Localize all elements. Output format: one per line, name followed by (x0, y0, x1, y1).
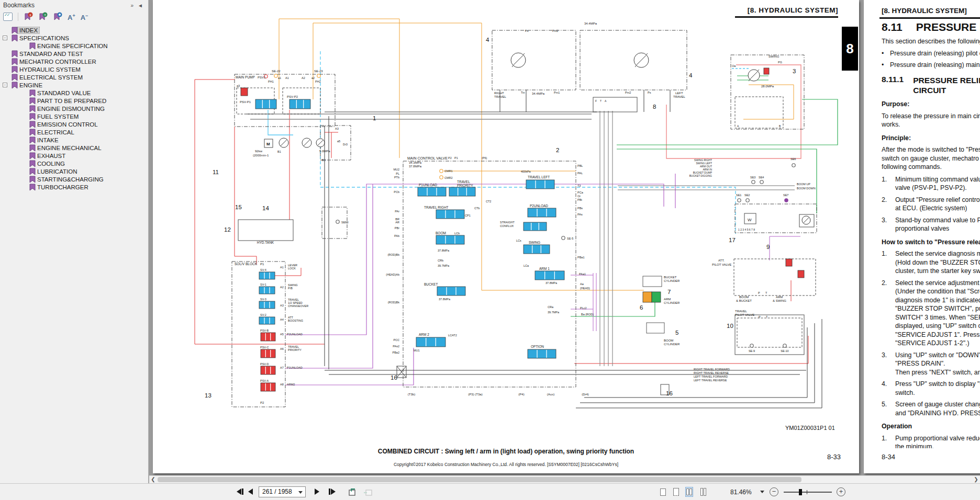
expander-icon[interactable]: − (3, 83, 7, 87)
bookmark-label[interactable]: ENGINE (18, 82, 44, 88)
bookmark-label[interactable]: PART TO BE PREPARED (36, 98, 108, 104)
svg-text:MU1: MU1 (414, 349, 420, 352)
svg-text:PBr: PBr (395, 226, 399, 230)
svg-text:CONFLUX: CONFLUX (500, 224, 514, 228)
bookmark-item[interactable]: STANDARD AND TEST (0, 50, 148, 58)
bookmark-label[interactable]: ENGINE SPECIFICATION (36, 43, 109, 49)
next-page-button[interactable] (315, 488, 319, 495)
bookmark-flag-icon (29, 152, 36, 160)
zoom-slider[interactable] (784, 492, 832, 493)
bookmark-label[interactable]: ELECTRICAL SYSTEM (18, 74, 84, 81)
bookmark-delete-icon[interactable]: x (24, 12, 33, 21)
bookmark-options-icon[interactable] (3, 13, 13, 21)
bookmark-label[interactable]: INDEX (18, 27, 39, 33)
bookmarks-panel: Bookmarks » ◄ x + A+ A− INDEX−SPECIFICAT… (0, 0, 149, 483)
bookmark-item[interactable]: −ENGINE (0, 81, 148, 89)
svg-text:PCa: PCa (577, 191, 584, 194)
book-view-button[interactable] (685, 487, 693, 497)
svg-text:PSV-P1: PSV-P1 (240, 100, 251, 104)
svg-text:PSV-B: PSV-B (260, 329, 269, 332)
panel-expand-icon[interactable]: » (129, 3, 136, 8)
bookmark-label[interactable]: COOLING (36, 161, 66, 167)
scrollbar-thumb[interactable] (158, 477, 801, 482)
zoom-out-button[interactable]: − (770, 487, 778, 496)
zoom-dropdown-icon[interactable] (760, 491, 764, 493)
bookmark-label[interactable]: STANDARD AND TEST (18, 51, 85, 57)
svg-text:SE-10: SE-10 (781, 349, 788, 353)
diagram-labels: MAIN PUMPPSV1SE-22SE-23a1A1A2a2PH1PH2PSV… (235, 22, 816, 404)
bookmark-label[interactable]: EMISSION CONTROL (36, 121, 99, 128)
previous-page-button[interactable] (248, 488, 253, 495)
bookmark-label[interactable]: ENGINE MECHANICAL (36, 145, 103, 151)
horizontal-scrollbar[interactable]: ❮ ❯ (149, 475, 980, 483)
book-continuous-view-button[interactable] (699, 487, 707, 497)
svg-text:CMR2: CMR2 (444, 176, 453, 179)
page-dropdown-icon[interactable] (298, 491, 303, 494)
svg-text:Ps: Ps (648, 91, 651, 94)
bookmark-label[interactable]: EXHAUST (36, 153, 67, 159)
bookmark-label[interactable]: INTAKE (36, 137, 60, 143)
bookmark-flag-icon (12, 27, 18, 34)
expander-icon[interactable]: − (3, 36, 7, 40)
bookmark-item[interactable]: EXHAUST (0, 152, 148, 160)
svg-text:6: 6 (640, 304, 643, 311)
svg-text:BOOM UP: BOOM UP (797, 183, 810, 186)
svg-text:1 2 3 4 5 6: 1 2 3 4 5 6 7 8 (738, 228, 755, 231)
bookmark-item[interactable]: TURBOCHARGER (0, 183, 148, 191)
previous-view-button[interactable] (349, 487, 358, 496)
panel-hide-icon[interactable]: ◄ (136, 3, 145, 8)
bookmark-add-icon[interactable]: + (38, 12, 48, 21)
svg-text:37.8MPa: 37.8MPa (439, 298, 451, 301)
svg-text:LEFT: LEFT (675, 92, 683, 95)
bookmark-label[interactable]: STANDARD VALUE (36, 90, 92, 96)
last-page-button[interactable] (329, 488, 336, 495)
zoom-slider-thumb[interactable] (799, 489, 802, 495)
svg-text:12: 12 (224, 226, 231, 233)
single-page-view-button[interactable] (659, 487, 667, 497)
scroll-right-icon[interactable]: ❯ (972, 476, 980, 483)
next-view-button[interactable] (363, 487, 372, 496)
svg-text:P: P (759, 315, 761, 319)
bookmark-item[interactable]: ELECTRICAL SYSTEM (0, 73, 148, 81)
text-block: 3.Stand-by command value to P1, P:propor… (882, 216, 980, 233)
font-increase-button[interactable]: A+ (68, 11, 75, 22)
bookmark-item[interactable]: STARTING&CHARGING (0, 175, 148, 183)
bookmark-item[interactable]: ENGINE SPECIFICATION (0, 42, 148, 50)
svg-text:2: 2 (556, 147, 559, 153)
font-decrease-button[interactable]: A− (81, 11, 88, 22)
bookmark-item[interactable]: MECHATRO CONTROLLER (0, 58, 148, 65)
svg-text:P2: P2 (448, 156, 452, 160)
bookmark-item[interactable]: FUEL SYSTEM (0, 112, 148, 120)
svg-text:TRAVEL: TRAVEL (494, 95, 507, 98)
bookmark-label[interactable]: LUBRICATION (36, 168, 79, 175)
bookmark-label[interactable]: MECHATRO CONTROLLER (18, 59, 98, 65)
bookmark-label[interactable]: ELECTRICAL (36, 129, 76, 135)
zoom-in-button[interactable]: + (837, 487, 845, 496)
bookmark-item[interactable]: ENGINE MECHANICAL (0, 144, 148, 152)
bookmark-label[interactable]: SPECIFICATIONS (18, 35, 71, 41)
bookmark-item[interactable]: INDEX (0, 26, 148, 34)
bookmark-item[interactable]: PART TO BE PREPARED (0, 97, 148, 105)
bookmark-goto-icon[interactable] (53, 12, 62, 21)
first-page-button[interactable] (237, 488, 243, 495)
bookmark-item[interactable]: ENGINE DISMOUNTING (0, 105, 148, 112)
svg-text:SE7: SE7 (783, 194, 788, 197)
bookmark-item[interactable]: ELECTRICAL (0, 128, 148, 136)
page-number-input[interactable]: 261 / 1958 (259, 486, 306, 497)
svg-text:9: 9 (766, 244, 770, 250)
bookmark-item[interactable]: COOLING (0, 160, 148, 167)
bookmark-label[interactable]: HYDRAULIC SYSTEM (18, 66, 82, 73)
bookmark-item[interactable]: HYDRAULIC SYSTEM (0, 65, 148, 73)
bookmark-label[interactable]: STARTING&CHARGING (36, 176, 105, 183)
bookmark-item[interactable]: LUBRICATION (0, 167, 148, 175)
bookmark-label[interactable]: TURBOCHARGER (36, 184, 90, 190)
svg-text:PTb: PTb (394, 176, 399, 179)
continuous-view-button[interactable] (672, 487, 680, 497)
bookmark-item[interactable]: EMISSION CONTROL (0, 120, 148, 128)
bookmark-item[interactable]: STANDARD VALUE (0, 89, 148, 97)
bookmark-item[interactable]: INTAKE (0, 136, 148, 144)
bookmark-label[interactable]: FUEL SYSTEM (36, 113, 80, 120)
bookmark-label[interactable]: ENGINE DISMOUNTING (36, 106, 106, 112)
scroll-left-icon[interactable]: ❮ (149, 476, 157, 483)
bookmark-item[interactable]: −SPECIFICATIONS (0, 34, 148, 42)
